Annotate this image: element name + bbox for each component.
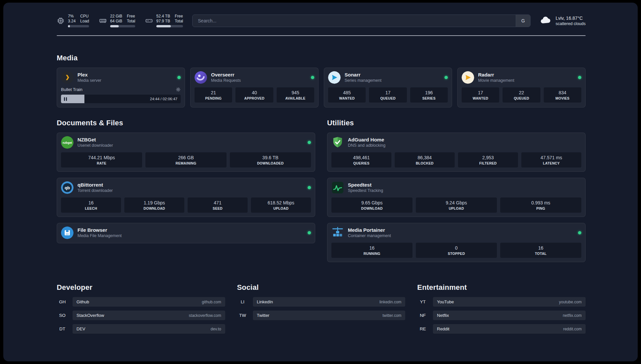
memory-usage-fill — [110, 25, 119, 27]
overseerr-icon — [195, 71, 207, 84]
svg-text:nzbget: nzbget — [63, 141, 72, 144]
stat-value: 196 — [412, 90, 446, 96]
stat-value: 39.6 TB — [231, 155, 310, 161]
stat-value: 0.993 ms — [502, 200, 580, 206]
status-online-dot — [578, 76, 581, 79]
now-playing-title: Bullet Train — [61, 87, 82, 92]
stat-value: 47.571 ms — [523, 155, 580, 161]
bookmark-row[interactable]: SOStackOverflowstackoverflow.com — [57, 311, 225, 320]
bookmark-row[interactable]: YTYouTubeyoutube.com — [417, 297, 586, 307]
service-subtitle: Media File Management — [77, 233, 122, 238]
bookmark-row[interactable]: NFNetflixnetflix.com — [417, 311, 586, 320]
service-titles: Speedtest Speedtest Tracking — [348, 182, 383, 193]
service-card-nzbget[interactable]: nzbget NZBGet Usenet downloader 744.21 M… — [57, 133, 315, 172]
service-stats: 17WANTED22QUEUED834MOVIES — [462, 87, 581, 103]
status-online-dot — [308, 141, 311, 144]
plex-icon — [61, 71, 74, 84]
service-stats: 21PENDING40APPROVED945AVAILABLE — [195, 87, 314, 103]
service-card-filebrowser[interactable]: File Browser Media File Management — [57, 223, 315, 243]
status-online-dot — [308, 231, 311, 234]
stat-label: LEECH — [62, 206, 120, 210]
service-card-radarr[interactable]: Radarr Movie management 17WANTED22QUEUED… — [457, 68, 586, 107]
service-stats: 744.21 MbpsRATE266 GBREMAINING39.6 TBDOW… — [61, 152, 311, 167]
section-title-documents: Documents & Files — [57, 119, 315, 127]
stat-label: DOWNLOAD — [126, 206, 183, 210]
bookmark-group-social: Social LILinkedInlinkedin.comTWTwittertw… — [237, 283, 406, 320]
bookmark-sections: Developer GHGithubgithub.comSOStackOverf… — [57, 283, 586, 334]
radarr-icon — [462, 71, 474, 84]
memory-total-value: 64 GiB — [110, 19, 122, 23]
cpu-chip-icon — [57, 17, 65, 25]
disk-usage-bar — [156, 25, 183, 27]
bookmark-pill[interactable]: Githubgithub.com — [73, 297, 225, 307]
service-card-portainer[interactable]: Media Portainer Container management 16R… — [327, 223, 586, 262]
service-stats: 498,461QUERIES86,384BLOCKED2,953FILTERED… — [331, 152, 581, 167]
bookmark-name: YouTube — [437, 299, 454, 304]
middle-sections: Documents & Files nzbget NZBGet Usenet d… — [57, 119, 586, 262]
disk-usage-fill — [156, 25, 171, 27]
service-titles: Media Portainer Container management — [348, 227, 391, 238]
divider — [57, 35, 586, 36]
bookmark-pill[interactable]: LinkedInlinkedin.com — [253, 297, 406, 307]
service-card-adguard[interactable]: AdGuard Home DNS and adblocking 498,461Q… — [327, 133, 586, 172]
stat-label: WANTED — [329, 96, 364, 100]
bookmark-pill[interactable]: StackOverflowstackoverflow.com — [73, 311, 225, 320]
service-card-plex[interactable]: Plex Media server Bullet Train — [57, 68, 185, 107]
bookmark-domain: dev.to — [211, 327, 221, 331]
service-card-speedtest[interactable]: Speedtest Speedtest Tracking 9.65 GbpsDO… — [327, 178, 586, 217]
bookmark-pill[interactable]: Redditreddit.com — [433, 324, 586, 334]
stat-value: 744.21 Mbps — [62, 155, 141, 161]
stat-tile: 1.19 GbpsDOWNLOAD — [124, 197, 184, 213]
pause-icon[interactable] — [64, 97, 67, 101]
stat-tile: 16TOTAL — [500, 243, 581, 258]
bookmark-domain: github.com — [202, 300, 221, 304]
bookmark-domain: linkedin.com — [380, 300, 402, 304]
bookmark-pill[interactable]: DEVdev.to — [73, 324, 225, 334]
bookmark-pill[interactable]: Netflixnetflix.com — [433, 311, 586, 320]
stat-tile: 485WANTED — [328, 87, 366, 103]
stat-label: MOVIES — [545, 96, 580, 100]
cloud-icon — [540, 14, 552, 27]
bookmark-row[interactable]: GHGithubgithub.com — [57, 297, 225, 307]
stat-tile: 834MOVIES — [544, 87, 581, 103]
stat-tile: 196SERIES — [410, 87, 448, 103]
documents-cards: nzbget NZBGet Usenet downloader 744.21 M… — [57, 133, 315, 243]
service-card-overseerr[interactable]: Overseerr Media Requests 21PENDING40APPR… — [190, 68, 319, 107]
weather-text: Lviv, 16.87°C scattered clouds — [556, 15, 586, 26]
search-provider-button[interactable]: G — [516, 15, 530, 27]
bookmark-name: LinkedIn — [257, 299, 273, 304]
service-card-qbittorrent[interactable]: qb qBittorrent Torrent downloader 16LEEC… — [57, 178, 315, 217]
bookmark-abbr: LI — [237, 299, 248, 304]
playback-progress-bar[interactable]: 24:44 / 02:06:47 — [61, 95, 181, 103]
stat-tile: 16RUNNING — [331, 243, 412, 258]
stat-tile: 9.24 GbpsUPLOAD — [416, 197, 497, 213]
settings-gear-icon[interactable] — [176, 87, 181, 92]
cpu-usage-fill — [68, 25, 70, 27]
stat-tile: 744.21 MbpsRATE — [61, 152, 142, 167]
stat-label: STOPPED — [417, 252, 496, 256]
bookmark-row[interactable]: LILinkedInlinkedin.com — [237, 297, 406, 307]
service-titles: Plex Media server — [77, 72, 101, 83]
stat-tile: 618.52 MbpsUPLOAD — [251, 197, 311, 213]
adguard-shield-icon — [331, 136, 344, 149]
bookmark-pill[interactable]: YouTubeyoutube.com — [433, 297, 586, 307]
service-card-sonarr[interactable]: Sonarr Series management 485WANTED17QUEU… — [324, 68, 452, 107]
bookmark-abbr: GH — [57, 299, 68, 304]
stat-tile: 498,461QUERIES — [331, 152, 391, 167]
desktop: { "topbar": { "cpu": { "rows": [ {"value… — [0, 0, 641, 364]
utilities-cards: AdGuard Home DNS and adblocking 498,461Q… — [327, 133, 586, 262]
stat-value: 0 — [417, 245, 496, 251]
bookmark-row[interactable]: RERedditreddit.com — [417, 324, 586, 334]
stat-value: 498,461 — [333, 155, 390, 161]
stat-tile: 17QUEUED — [369, 87, 407, 103]
service-name: Speedtest — [348, 182, 383, 188]
stat-tile: 16LEECH — [61, 197, 121, 213]
cpu-label: CPU — [80, 14, 89, 18]
bookmark-row[interactable]: TWTwittertwitter.com — [237, 311, 406, 320]
bookmark-pill[interactable]: Twittertwitter.com — [253, 311, 406, 320]
service-header: File Browser Media File Management — [61, 227, 311, 239]
search-input[interactable] — [193, 15, 516, 27]
service-header: Sonarr Series management — [328, 71, 448, 84]
bookmark-row[interactable]: DTDEVdev.to — [57, 324, 225, 334]
stat-value: 266 GB — [147, 155, 225, 161]
